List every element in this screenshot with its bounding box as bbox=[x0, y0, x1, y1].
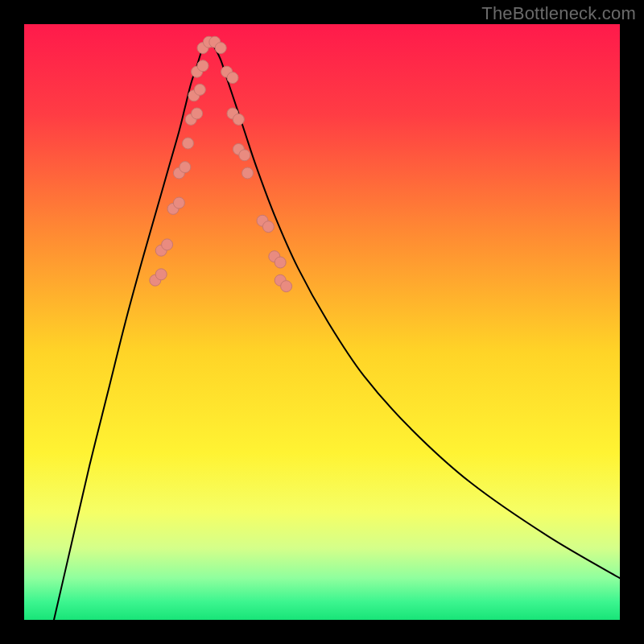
plot-area bbox=[24, 24, 620, 620]
chart-frame: TheBottleneck.com bbox=[0, 0, 644, 644]
watermark-text: TheBottleneck.com bbox=[481, 3, 636, 24]
background-gradient bbox=[24, 24, 620, 620]
svg-rect-0 bbox=[24, 24, 620, 620]
